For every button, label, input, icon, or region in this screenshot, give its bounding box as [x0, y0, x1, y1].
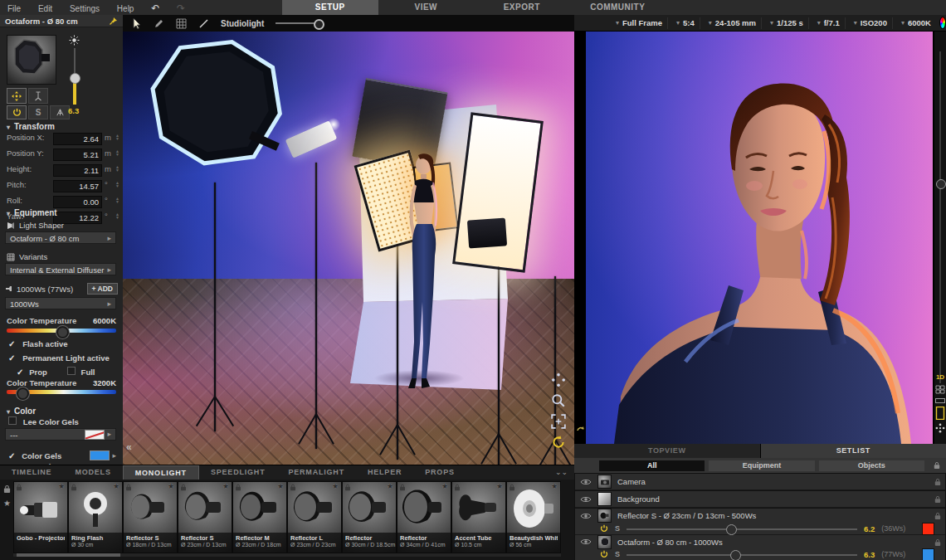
menu-settings[interactable]: Settings — [62, 2, 107, 16]
lock-icon[interactable] — [934, 478, 941, 486]
color-temp2-handle[interactable] — [17, 387, 29, 400]
stepper-icon[interactable]: ▲▼ — [115, 134, 119, 140]
tab-setup[interactable]: SETUP — [282, 0, 378, 15]
prop-checkbox[interactable]: ✓ Prop — [17, 368, 47, 377]
library-item[interactable]: ★ Reflector MØ 23cm / D 18cm — [232, 481, 287, 553]
sensor-format-select[interactable]: ▾Full Frame — [611, 17, 668, 29]
tab-speedlight[interactable]: SPEEDLIGHT — [199, 465, 277, 480]
sync-group-button[interactable]: S — [28, 105, 48, 119]
studio-3d-viewport[interactable]: Studiolight — [123, 15, 574, 465]
library-item[interactable]: ★ Ring FlashØ 30 cm — [68, 481, 123, 553]
intensity-slider-handle[interactable] — [70, 73, 80, 84]
light-preview-thumbnail[interactable] — [7, 35, 56, 85]
stepper-icon[interactable]: ▲▼ — [115, 149, 119, 156]
tab-community[interactable]: COMMUNITY — [570, 0, 666, 15]
stepper-icon[interactable]: ▲▼ — [115, 181, 119, 187]
eye-icon[interactable] — [580, 478, 592, 486]
monolight-dark-head[interactable] — [467, 217, 507, 248]
tab-topview[interactable]: TOPVIEW — [574, 444, 761, 458]
studiolight-slider[interactable] — [276, 18, 322, 28]
library-item[interactable]: ★ Reflector LØ 23cm / D 23cm — [287, 481, 342, 553]
power-slider[interactable] — [627, 524, 857, 533]
stepper-icon[interactable]: ▲▼ — [115, 212, 119, 219]
studio-scene[interactable]: « — [123, 32, 574, 465]
flash-active-checkbox[interactable]: ✓ Flash active — [8, 339, 68, 348]
move-tool-button[interactable] — [7, 88, 27, 104]
portrait-format-icon[interactable] — [935, 407, 945, 420]
tab-timeline[interactable]: TIMELINE — [0, 465, 63, 480]
gel-color-select[interactable]: ▸ — [90, 450, 116, 460]
select-cursor-icon[interactable] — [133, 18, 142, 29]
light-stand[interactable] — [214, 183, 216, 431]
library-item[interactable]: ★ ReflectorØ 30cm / D 18.5cm — [342, 481, 397, 553]
aspect-ratio-select[interactable]: ▾5:4 — [671, 17, 700, 29]
white-balance-select[interactable]: ▾6000K — [896, 17, 936, 29]
orbit-rotate-icon[interactable] — [551, 435, 566, 450]
tab-models[interactable]: MODELS — [63, 465, 122, 480]
power-slider[interactable] — [627, 550, 857, 559]
tab-monolight[interactable]: MONOLIGHT — [123, 465, 199, 480]
view-mode-label[interactable]: 1D — [935, 373, 945, 381]
add-light-button[interactable]: + ADD — [87, 283, 118, 295]
lock-icon[interactable] — [934, 495, 941, 504]
color-section-header[interactable]: ▾Color — [7, 407, 36, 416]
filter-objects[interactable]: Objects — [819, 460, 924, 471]
pitch-field[interactable]: 14.57 — [53, 180, 102, 192]
power-icon[interactable] — [600, 524, 608, 533]
library-item[interactable]: ★ Reflector SØ 18cm / D 13cm — [123, 481, 178, 553]
stepper-icon[interactable]: ▲▼ — [115, 197, 119, 203]
tab-setlist[interactable]: SETLIST — [761, 444, 946, 458]
equipment-section-header[interactable]: ▾Equipment — [7, 208, 57, 217]
camera-swap-icon[interactable] — [576, 425, 586, 435]
octabox-light[interactable] — [128, 32, 302, 197]
light-shaper-select[interactable]: Octaform - Ø 80 cm▸ — [5, 231, 116, 244]
eye-icon[interactable] — [580, 538, 592, 546]
lee-gel-select[interactable]: --- ▸ — [5, 428, 116, 441]
eye-icon[interactable] — [580, 495, 592, 504]
library-item[interactable]: ★ Beautydish WhiteØ 56 cm — [506, 481, 561, 553]
permanent-light-checkbox[interactable]: ✓ Permanent Light active — [8, 353, 110, 363]
favorite-star-icon[interactable]: ★ — [277, 482, 284, 490]
grid-toggle-icon[interactable] — [176, 18, 187, 29]
pen-tool-icon[interactable] — [154, 18, 164, 29]
stand-height-button[interactable] — [28, 88, 48, 104]
eye-icon[interactable] — [580, 512, 592, 520]
color-gels-checkbox[interactable]: ✓ Color Gels — [8, 451, 61, 460]
multi-view-icon[interactable] — [935, 385, 945, 394]
star-filter-icon[interactable]: ★ — [3, 499, 11, 508]
tab-helper[interactable]: HELPER — [356, 465, 413, 480]
favorite-star-icon[interactable]: ★ — [222, 482, 229, 490]
favorite-star-icon[interactable]: ★ — [168, 482, 174, 490]
iso-select[interactable]: ▾ISO200 — [849, 17, 893, 29]
undo-icon[interactable]: ↶ — [144, 0, 167, 17]
collapse-panel-icon[interactable]: « — [126, 441, 132, 453]
panorama-format-icon[interactable] — [935, 397, 945, 404]
menu-help[interactable]: Help — [110, 2, 142, 16]
light-stand[interactable] — [498, 260, 500, 465]
lock-icon[interactable] — [934, 538, 941, 547]
favorite-star-icon[interactable]: ★ — [332, 482, 339, 490]
favorite-star-icon[interactable]: ★ — [551, 482, 558, 490]
tab-permalight[interactable]: PERMALIGHT — [276, 465, 356, 480]
lock-icon[interactable] — [934, 512, 941, 520]
library-item[interactable]: ★ Accent TubeØ 10.5 cm — [451, 481, 506, 553]
filter-all[interactable]: All — [599, 460, 705, 471]
tab-view[interactable]: VIEW — [378, 0, 475, 15]
library-scrollbar-thumb[interactable] — [17, 553, 120, 557]
favorite-star-icon[interactable]: ★ — [58, 482, 65, 490]
power-toggle-button[interactable] — [7, 105, 27, 119]
favorite-star-icon[interactable]: ★ — [113, 482, 119, 490]
setlist-row-background[interactable]: Background — [575, 491, 945, 508]
library-item[interactable]: ★ Gobo - Projector — [13, 481, 68, 553]
slider-knob[interactable] — [726, 524, 737, 535]
studiolight-handle[interactable] — [314, 19, 324, 30]
setlist-row-octaform[interactable]: Octaform - Ø 80 cm - 1000Ws S 6.3 (77Ws) — [575, 535, 945, 560]
camera-render-image[interactable] — [586, 32, 933, 444]
height-field[interactable]: 2.11 — [53, 164, 102, 177]
power-icon[interactable] — [600, 550, 608, 558]
gel-color-swatch[interactable] — [922, 523, 934, 535]
color-temp-handle[interactable] — [56, 326, 69, 338]
favorite-star-icon[interactable]: ★ — [441, 482, 448, 490]
lens-select[interactable]: ▾24-105 mm — [704, 17, 762, 29]
pan-icon[interactable] — [551, 373, 566, 387]
